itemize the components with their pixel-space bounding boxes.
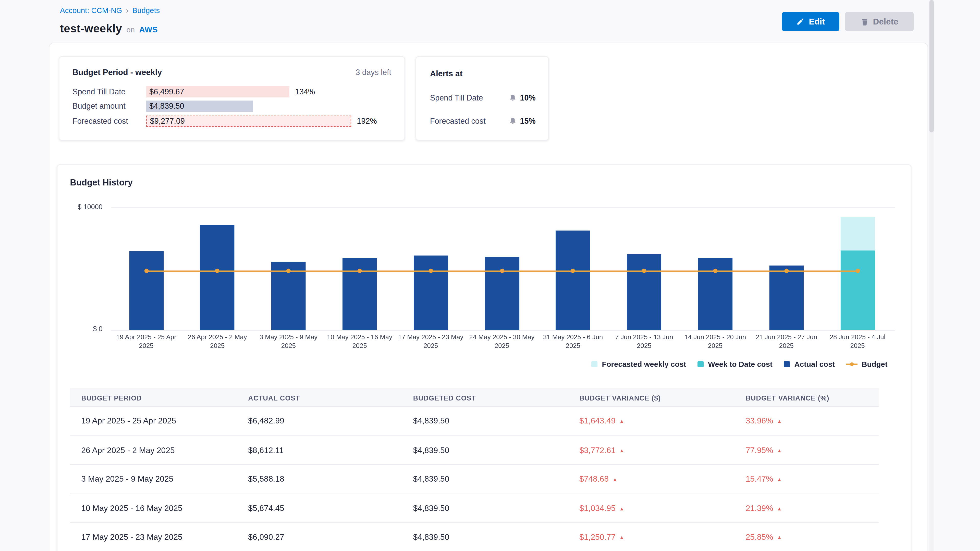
x-axis-label: 31 May 2025 - 6 Jun 2025 <box>540 333 606 350</box>
alert-threshold: 10% <box>520 94 535 102</box>
up-triangle-icon: ▲ <box>619 506 624 511</box>
legend-item-forecasted-weekly-cost[interactable]: Forecasted weekly cost <box>591 360 686 368</box>
table-row: 17 May 2025 - 23 May 2025$6,090.27$4,839… <box>70 523 879 551</box>
table-row: 26 Apr 2025 - 2 May 2025$8,612.11$4,839.… <box>70 436 879 465</box>
cell-variance_pct: 15.47%▲ <box>746 474 879 484</box>
chart-plot <box>111 207 895 330</box>
delete-button[interactable]: Delete <box>845 12 914 32</box>
budget-table-header: BUDGET PERIODACTUAL COSTBUDGETED COSTBUD… <box>70 389 879 407</box>
budget-period-row-label: Forecasted cost <box>73 117 146 125</box>
budget-period-row: Forecasted cost$9,277.09192% <box>59 114 404 129</box>
up-triangle-icon: ▲ <box>777 477 782 483</box>
budget-period-rows: Spend Till Date$6,499.67134%Budget amoun… <box>59 84 404 129</box>
x-axis-label: 10 May 2025 - 16 May 2025 <box>326 333 393 350</box>
budget-line-point <box>784 268 789 273</box>
budget-line-point <box>428 268 433 273</box>
budget-period-row: Spend Till Date$6,499.67134% <box>59 84 404 99</box>
cell-budgeted: $4,839.50 <box>413 474 579 484</box>
up-triangle-icon: ▲ <box>777 506 782 511</box>
budget-line-point <box>358 268 362 273</box>
cell-actual: $8,612.11 <box>248 445 413 455</box>
budget-bar: $4,839.50 <box>146 101 253 112</box>
delete-button-label: Delete <box>873 17 898 26</box>
chevron-right-icon: › <box>126 7 129 14</box>
cell-actual: $5,588.18 <box>248 474 413 484</box>
cell-variance: $1,250.77▲ <box>579 532 746 542</box>
cell-budgeted: $4,839.50 <box>413 445 579 455</box>
x-axis-label: 24 May 2025 - 30 May 2025 <box>469 333 535 350</box>
scrollbar-track[interactable] <box>929 0 934 551</box>
title-on-label: on <box>126 25 135 34</box>
chart-bar-actual-cost <box>200 225 234 330</box>
trash-icon <box>861 17 869 26</box>
legend-item-budget[interactable]: Budget <box>846 360 887 368</box>
legend-label: Forecasted weekly cost <box>602 360 686 368</box>
budget-line-point <box>713 268 718 273</box>
legend-swatch <box>591 361 597 367</box>
cell-budgeted: $4,839.50 <box>413 532 579 542</box>
cell-variance: $3,772.61▲ <box>579 445 746 455</box>
chart-bar-actual-cost <box>129 251 164 330</box>
cell-budgeted: $4,839.50 <box>413 503 579 513</box>
budget-period-row-label: Spend Till Date <box>73 87 146 96</box>
edit-button[interactable]: Edit <box>782 12 839 32</box>
x-axis-label: 14 Jun 2025 - 20 Jun 2025 <box>682 333 749 350</box>
cell-variance_pct: 25.85%▲ <box>746 532 879 542</box>
legend-label: Week to Date cost <box>708 360 773 368</box>
table-column-header: ACTUAL COST <box>248 394 413 401</box>
table-row: 10 May 2025 - 16 May 2025$5,874.45$4,839… <box>70 494 879 523</box>
cell-variance: $748.68▲ <box>579 474 746 484</box>
page-card: Budget Period - weekly 3 days left Spend… <box>49 43 928 551</box>
table-column-header: BUDGET VARIANCE ($) <box>579 394 746 401</box>
budget-period-row-label: Budget amount <box>73 102 146 111</box>
chart-legend: Forecasted weekly costWeek to Date costA… <box>591 360 888 368</box>
page-title: test-weekly on AWS <box>60 22 158 35</box>
budget-period-title: Budget Period - weekly <box>73 67 162 77</box>
up-triangle-icon: ▲ <box>619 535 624 540</box>
legend-item-actual-cost[interactable]: Actual cost <box>784 360 835 368</box>
y-axis-label-zero: $ 0 <box>61 325 103 332</box>
edit-button-label: Edit <box>809 17 825 26</box>
y-axis-label-max: $ 10000 <box>61 203 103 210</box>
forecast-bar: $9,277.09 <box>146 115 351 127</box>
chart-bar-actual-cost <box>414 256 448 330</box>
budget-history-title: Budget History <box>57 165 911 187</box>
alert-row-label: Spend Till Date <box>430 94 483 102</box>
chart-bar-actual-cost <box>769 265 803 330</box>
breadcrumb-account-link[interactable]: Account: CCM-NG <box>60 6 122 15</box>
legend-label: Budget <box>862 360 887 368</box>
bell-icon <box>509 94 517 102</box>
table-column-header: BUDGET VARIANCE (%) <box>746 394 879 401</box>
cell-period: 10 May 2025 - 16 May 2025 <box>81 503 248 513</box>
legend-swatch <box>784 361 790 367</box>
chart-bar-actual-cost <box>627 254 662 330</box>
legend-budget-line-icon <box>846 362 857 367</box>
up-triangle-icon: ▲ <box>777 448 782 453</box>
cell-variance: $1,643.49▲ <box>579 416 746 426</box>
cell-variance_pct: 77.95%▲ <box>746 445 879 455</box>
x-axis-label: 7 Jun 2025 - 13 Jun 2025 <box>611 333 677 350</box>
x-axis-label: 17 May 2025 - 23 May 2025 <box>398 333 464 350</box>
cell-actual: $6,482.99 <box>248 416 413 426</box>
budget-detail-page: Account: CCM-NG › Budgets test-weekly on… <box>0 0 980 551</box>
bell-icon <box>509 117 517 125</box>
breadcrumb-budgets-link[interactable]: Budgets <box>132 6 160 15</box>
up-triangle-icon: ▲ <box>777 535 782 540</box>
cell-variance_pct: 21.39%▲ <box>746 503 879 513</box>
cell-period: 3 May 2025 - 9 May 2025 <box>81 474 248 484</box>
budget-period-card: Budget Period - weekly 3 days left Spend… <box>59 56 405 141</box>
alert-threshold: 15% <box>520 117 535 125</box>
alert-row-label: Forecasted cost <box>430 117 486 125</box>
scrollbar-thumb[interactable] <box>929 0 934 132</box>
legend-label: Actual cost <box>794 360 835 368</box>
table-column-header: BUDGETED COST <box>413 394 579 401</box>
budget-name: test-weekly <box>60 22 122 35</box>
cell-period: 26 Apr 2025 - 2 May 2025 <box>81 445 248 455</box>
chart-bar-week-to-date-cost <box>840 251 875 330</box>
x-axis-label: 26 Apr 2025 - 2 May 2025 <box>184 333 251 350</box>
bar-value: $9,277.09 <box>147 117 185 125</box>
cell-variance: $1,034.95▲ <box>579 503 746 513</box>
legend-item-week-to-date-cost[interactable]: Week to Date cost <box>697 360 773 368</box>
bar-value: $6,499.67 <box>146 87 184 96</box>
cell-variance_pct: 33.96%▲ <box>746 416 879 426</box>
